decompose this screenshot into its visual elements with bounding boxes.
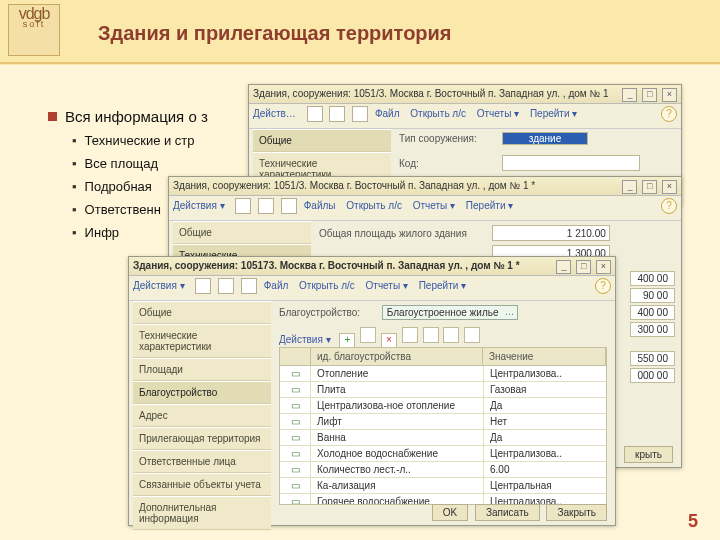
- side-tab-areas[interactable]: Площади: [133, 358, 271, 381]
- side-tab[interactable]: Общие: [253, 129, 391, 152]
- tool-icon[interactable]: [443, 327, 459, 343]
- table-row[interactable]: ▭ЛифтНет: [280, 414, 606, 430]
- maximize-icon[interactable]: □: [576, 260, 591, 274]
- cell-value: Нет: [484, 414, 606, 429]
- cell-id: Количество лест.-л..: [311, 462, 484, 477]
- row-icon: ▭: [280, 494, 311, 505]
- tool-icon[interactable]: [241, 278, 257, 294]
- titlebar[interactable]: Здания, сооружения: 1051/3. Москва г. Во…: [249, 85, 681, 104]
- comfort-table[interactable]: ид. благоустройства Значение ▭ОтоплениеЦ…: [279, 347, 607, 505]
- tool-icon[interactable]: [402, 327, 418, 343]
- tool-icon[interactable]: [329, 106, 345, 122]
- open-ls-link[interactable]: Открыть л/с: [299, 280, 355, 291]
- side-tab-linked[interactable]: Связанные объекты учета: [133, 473, 271, 496]
- row-icon: ▭: [280, 462, 311, 477]
- window-building-3: Здания, сооружения: 105173. Москва г. Во…: [128, 256, 616, 526]
- side-tab-territory[interactable]: Прилегающая территория: [133, 427, 271, 450]
- actions-menu[interactable]: Действия ▾: [279, 334, 331, 345]
- side-tab[interactable]: Общие: [173, 221, 311, 244]
- side-tab-extra[interactable]: Дополнительная информация: [133, 496, 271, 530]
- row-icon: ▭: [280, 446, 311, 461]
- table-row[interactable]: ▭Централизова-ное отоплениеДа: [280, 398, 606, 414]
- logo: vdgb soft: [8, 4, 60, 56]
- row-icon: ▭: [280, 382, 311, 397]
- goto-link[interactable]: Перейти ▾: [419, 280, 466, 291]
- tool-icon[interactable]: [423, 327, 439, 343]
- open-ls-link[interactable]: Открыть л/с: [346, 200, 402, 211]
- col-id[interactable]: ид. благоустройства: [311, 348, 483, 365]
- minimize-icon[interactable]: _: [556, 260, 571, 274]
- help-icon[interactable]: ?: [661, 106, 677, 122]
- side-tab-responsible[interactable]: Ответственные лица: [133, 450, 271, 473]
- file-link[interactable]: Файл: [375, 108, 400, 119]
- close-button[interactable]: крыть: [624, 446, 673, 463]
- field-label: Код:: [399, 158, 499, 169]
- goto-link[interactable]: Перейти ▾: [466, 200, 513, 211]
- cell-id: Лифт: [311, 414, 484, 429]
- close-icon[interactable]: ×: [662, 180, 677, 194]
- actions-menu[interactable]: Действия ▾: [173, 200, 225, 211]
- file-link[interactable]: Файл: [264, 280, 289, 291]
- side-tab-address[interactable]: Адрес: [133, 404, 271, 427]
- close-button[interactable]: Закрыть: [546, 504, 607, 521]
- bullet-marker: [48, 112, 57, 121]
- field-label: Общая площадь жилого здания: [319, 228, 489, 239]
- reports-link[interactable]: Отчеты ▾: [366, 280, 408, 291]
- goto-link[interactable]: Перейти ▾: [530, 108, 577, 119]
- toolbar: Действия ▾ Файл Открыть л/с Отчеты ▾ Пер…: [129, 276, 615, 301]
- maximize-icon[interactable]: □: [642, 180, 657, 194]
- side-tab-tech[interactable]: Технические характеристики: [133, 324, 271, 358]
- cell-id: Ванна: [311, 430, 484, 445]
- help-icon[interactable]: ?: [595, 278, 611, 294]
- tool-icon[interactable]: [307, 106, 323, 122]
- cell-id: Отопление: [311, 366, 484, 381]
- row-icon: ▭: [280, 478, 311, 493]
- tool-icon[interactable]: [464, 327, 480, 343]
- minimize-icon[interactable]: _: [622, 88, 637, 102]
- field-value[interactable]: здание: [502, 132, 588, 145]
- close-icon[interactable]: ×: [596, 260, 611, 274]
- file-link[interactable]: Файлы: [304, 200, 336, 211]
- area-input[interactable]: [492, 225, 610, 241]
- cell-id: Ка-ализация: [311, 478, 484, 493]
- close-icon[interactable]: ×: [662, 88, 677, 102]
- comfort-select[interactable]: Благоустроенное жилье: [382, 305, 518, 320]
- table-row[interactable]: ▭ОтоплениеЦентрализова..: [280, 366, 606, 382]
- code-input[interactable]: [502, 155, 640, 171]
- bullet-item: Технические и стр: [72, 133, 208, 148]
- table-row[interactable]: ▭ПлитаГазовая: [280, 382, 606, 398]
- reports-link[interactable]: Отчеты ▾: [477, 108, 519, 119]
- minimize-icon[interactable]: _: [622, 180, 637, 194]
- tool-icon[interactable]: [281, 198, 297, 214]
- maximize-icon[interactable]: □: [642, 88, 657, 102]
- table-row[interactable]: ▭Холодное водоснабжениеЦентрализова..: [280, 446, 606, 462]
- tool-icon[interactable]: [195, 278, 211, 294]
- table-row[interactable]: ▭Количество лест.-л..6.00: [280, 462, 606, 478]
- actions-menu[interactable]: Действия ▾: [133, 280, 185, 291]
- save-button[interactable]: Записать: [475, 504, 540, 521]
- ok-button[interactable]: OK: [432, 504, 468, 521]
- titlebar[interactable]: Здания, сооружения: 1051/3. Москва г. Во…: [169, 177, 681, 196]
- col-icon: [280, 348, 311, 365]
- actions-menu[interactable]: Действ…: [253, 108, 296, 119]
- table-row[interactable]: ▭ВаннаДа: [280, 430, 606, 446]
- reports-link[interactable]: Отчеты ▾: [413, 200, 455, 211]
- edit-icon[interactable]: [360, 327, 376, 343]
- table-row[interactable]: ▭Ка-ализацияЦентральная: [280, 478, 606, 494]
- titlebar[interactable]: Здания, сооружения: 105173. Москва г. Во…: [129, 257, 615, 276]
- open-ls-link[interactable]: Открыть л/с: [410, 108, 466, 119]
- cell-value: Централизова..: [484, 446, 606, 461]
- tool-icon[interactable]: [258, 198, 274, 214]
- table-toolbar: Действия ▾ + ×: [279, 327, 482, 345]
- row-icon: ▭: [280, 414, 311, 429]
- tool-icon[interactable]: [235, 198, 251, 214]
- cell-value: Да: [484, 430, 606, 445]
- side-tab-general[interactable]: Общие: [133, 301, 271, 324]
- cell-id: Плита: [311, 382, 484, 397]
- help-icon[interactable]: ?: [661, 198, 677, 214]
- col-value[interactable]: Значение: [483, 348, 606, 365]
- tool-icon[interactable]: [218, 278, 234, 294]
- tool-icon[interactable]: [352, 106, 368, 122]
- toolbar: Действия ▾ Файлы Открыть л/с Отчеты ▾ Пе…: [169, 196, 681, 221]
- side-tab-comfort[interactable]: Благоустройство: [133, 381, 271, 404]
